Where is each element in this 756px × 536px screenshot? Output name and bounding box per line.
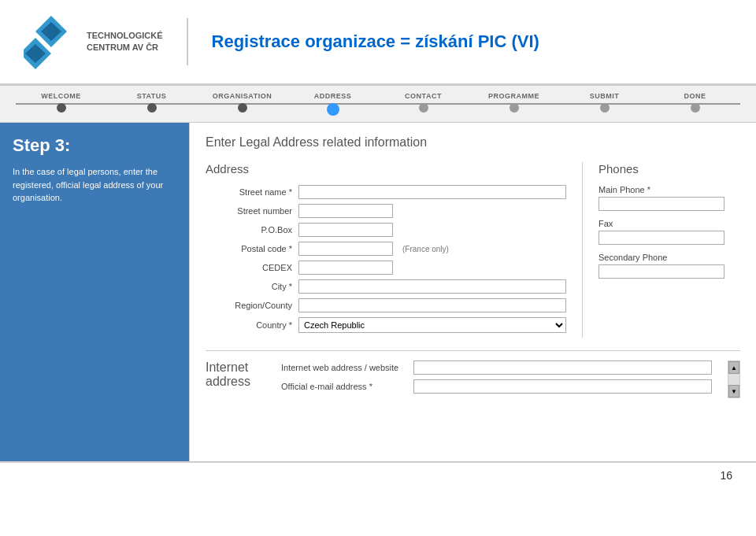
internet-heading: Internetaddress	[206, 360, 269, 389]
postal-code-input[interactable]	[298, 242, 393, 256]
step-welcome: WELCOME	[16, 92, 106, 116]
secondary-phone-label: Secondary Phone	[598, 253, 740, 262]
step-done: DONE	[650, 92, 740, 116]
step-status-dot	[147, 103, 157, 113]
scrollbar-up-button[interactable]: ▲	[728, 361, 739, 374]
progress-steps: WELCOME STATUS ORGANISATION ADDRESS CONT…	[16, 92, 740, 116]
fax-label: Fax	[598, 219, 740, 228]
step-contact-label: CONTACT	[405, 92, 442, 100]
street-name-row: Street name *	[206, 185, 566, 199]
email-address-row: Official e-mail address *	[281, 379, 712, 394]
step-contact: CONTACT	[378, 92, 469, 116]
web-address-row: Internet web address / website	[281, 360, 712, 375]
country-row: Country * Czech Republic	[206, 317, 566, 333]
france-only-note: (France only)	[402, 245, 449, 253]
internet-fields: Internet web address / website Official …	[281, 360, 712, 398]
sidebar-description: In the case of legal persons, enter the …	[13, 165, 176, 205]
main-phone-label: Main Phone *	[598, 185, 740, 194]
web-address-input[interactable]	[413, 360, 712, 375]
scrollbar-track	[728, 374, 739, 385]
progress-bar: WELCOME STATUS ORGANISATION ADDRESS CONT…	[0, 85, 756, 123]
scrollbar-down-button[interactable]: ▼	[728, 385, 739, 397]
logo-text: TECHNOLOGICKÉ CENTRUM AV ČR	[87, 30, 163, 54]
step-programme: PROGRAMME	[469, 92, 559, 116]
step-organisation-label: ORGANISATION	[213, 92, 272, 100]
step-programme-label: PROGRAMME	[488, 92, 539, 100]
street-name-label: Street name *	[206, 187, 292, 197]
city-input[interactable]	[298, 279, 566, 294]
web-address-label: Internet web address / website	[281, 363, 407, 372]
page-title: Registrace organizace = získání PIC (VI)	[212, 31, 539, 52]
region-input[interactable]	[298, 298, 566, 312]
cedex-label: CEDEX	[206, 263, 292, 272]
main-content: Step 3: In the case of legal persons, en…	[0, 123, 756, 461]
page-number: 16	[720, 469, 732, 482]
sidebar: Step 3: In the case of legal persons, en…	[0, 123, 189, 461]
step-welcome-label: WELCOME	[41, 92, 81, 100]
sidebar-step-title: Step 3:	[13, 135, 176, 156]
postal-code-row: Postal code * (France only)	[206, 242, 566, 256]
cedex-row: CEDEX	[206, 261, 566, 275]
header-divider	[187, 18, 188, 65]
region-row: Region/County	[206, 298, 566, 312]
street-number-row: Street number	[206, 204, 566, 218]
header: TECHNOLOGICKÉ CENTRUM AV ČR Registrace o…	[0, 0, 756, 85]
step-status: STATUS	[106, 92, 197, 116]
address-column: Address Street name * Street number P.O.…	[206, 162, 583, 338]
logo-icon	[24, 14, 79, 69]
country-label: Country *	[206, 320, 292, 330]
city-row: City *	[206, 279, 566, 294]
step-done-dot	[691, 103, 700, 113]
pobox-row: P.O.Box	[206, 223, 566, 237]
pobox-input[interactable]	[298, 223, 393, 237]
region-label: Region/County	[206, 301, 292, 310]
main-phone-input[interactable]	[598, 197, 724, 211]
step-address-dot	[327, 103, 339, 116]
scrollbar[interactable]: ▲ ▼	[728, 360, 740, 398]
step-address: ADDRESS	[287, 92, 378, 116]
postal-code-label: Postal code *	[206, 244, 292, 253]
step-organisation: ORGANISATION	[197, 92, 287, 116]
step-welcome-dot	[57, 103, 66, 113]
internet-section: Internetaddress Internet web address / w…	[206, 350, 740, 398]
step-submit: SUBMIT	[559, 92, 650, 116]
step-contact-dot	[419, 103, 428, 113]
logo-area: TECHNOLOGICKÉ CENTRUM AV ČR	[24, 14, 163, 69]
step-programme-dot	[510, 103, 519, 113]
form-area: Enter Legal Address related information …	[189, 123, 756, 461]
street-number-input[interactable]	[298, 204, 393, 218]
fax-input[interactable]	[598, 231, 724, 245]
country-select[interactable]: Czech Republic	[298, 317, 566, 333]
step-submit-label: SUBMIT	[590, 92, 620, 100]
street-name-input[interactable]	[298, 185, 566, 199]
street-number-label: Street number	[206, 206, 292, 216]
step-status-label: STATUS	[137, 92, 167, 100]
step-organisation-dot	[238, 103, 247, 113]
cedex-input[interactable]	[298, 261, 393, 275]
city-label: City *	[206, 282, 292, 291]
phones-heading: Phones	[598, 162, 740, 176]
email-address-label: Official e-mail address *	[281, 382, 407, 391]
step-submit-dot	[600, 103, 610, 113]
secondary-phone-input[interactable]	[598, 264, 724, 279]
footer: 16	[0, 461, 756, 488]
phones-column: Phones Main Phone * Fax Secondary Phone	[583, 162, 740, 338]
email-address-input[interactable]	[413, 379, 712, 394]
step-address-label: ADDRESS	[314, 92, 352, 100]
step-done-label: DONE	[684, 92, 706, 100]
form-columns: Address Street name * Street number P.O.…	[206, 162, 740, 338]
address-heading: Address	[206, 162, 566, 176]
form-section-title: Enter Legal Address related information	[206, 135, 740, 150]
pobox-label: P.O.Box	[206, 225, 292, 235]
